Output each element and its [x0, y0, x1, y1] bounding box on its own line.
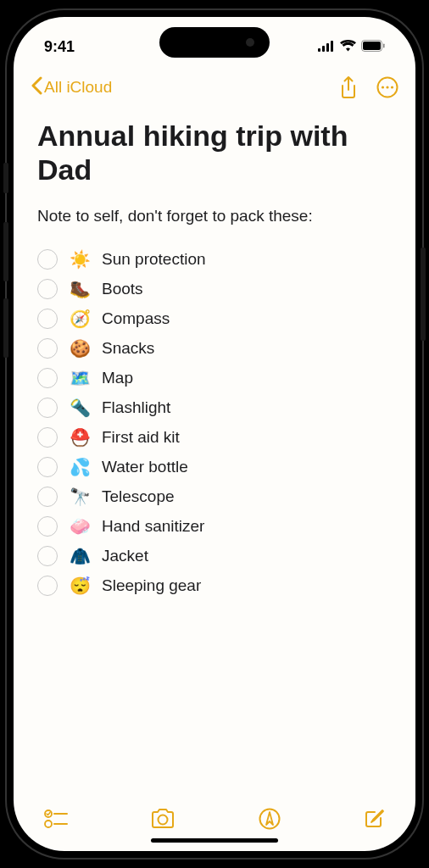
checkbox-circle[interactable] — [37, 427, 58, 448]
item-emoji: 🗺️ — [70, 368, 90, 388]
svg-point-8 — [382, 86, 384, 88]
checkbox-circle[interactable] — [37, 487, 58, 507]
checkbox-circle[interactable] — [37, 457, 58, 477]
phone-frame: 9:41 All iCloud — [7, 10, 422, 858]
home-indicator[interactable] — [151, 838, 278, 843]
battery-icon — [361, 38, 385, 56]
note-content[interactable]: Annual hiking trip with Dad Note to self… — [14, 108, 415, 792]
svg-point-9 — [386, 86, 388, 88]
svg-rect-5 — [363, 42, 381, 50]
checklist: ☀️Sun protection🥾Boots🧭Compass🍪Snacks🗺️M… — [37, 249, 392, 596]
compose-button[interactable] — [363, 808, 385, 830]
svg-point-10 — [391, 86, 393, 88]
checklist-item[interactable]: 🧼Hand sanitizer — [37, 516, 392, 537]
checklist-item[interactable]: 🥾Boots — [37, 279, 392, 299]
item-label: Water bottle — [102, 458, 188, 476]
item-label: Compass — [102, 309, 170, 328]
checkbox-circle[interactable] — [37, 279, 58, 299]
share-button[interactable] — [339, 75, 358, 99]
item-label: Jacket — [102, 547, 148, 565]
phone-screen: 9:41 All iCloud — [14, 17, 415, 851]
item-label: Telescope — [102, 487, 175, 506]
svg-rect-3 — [331, 41, 333, 52]
item-emoji: 💦 — [70, 457, 90, 477]
item-emoji: ⛑️ — [70, 427, 90, 448]
nav-bar: All iCloud — [14, 66, 415, 108]
checklist-item[interactable]: 🗺️Map — [37, 368, 392, 388]
item-emoji: 🧼 — [70, 516, 90, 537]
checklist-item[interactable]: 💦Water bottle — [37, 457, 392, 477]
checkbox-circle[interactable] — [37, 576, 58, 596]
checklist-item[interactable]: ☀️Sun protection — [37, 249, 392, 270]
item-emoji: 🧭 — [70, 309, 90, 329]
svg-rect-1 — [322, 46, 325, 52]
svg-point-15 — [159, 815, 168, 825]
svg-rect-6 — [383, 43, 385, 47]
item-label: Map — [102, 369, 133, 387]
checklist-item[interactable]: 🧭Compass — [37, 309, 392, 329]
item-label: Sleeping gear — [102, 576, 201, 595]
silent-switch — [3, 163, 8, 193]
checkbox-circle[interactable] — [37, 546, 58, 566]
svg-rect-0 — [318, 48, 320, 52]
checkbox-circle[interactable] — [37, 338, 58, 359]
checklist-item[interactable]: 🔭Telescope — [37, 487, 392, 507]
item-emoji: 🍪 — [70, 338, 90, 359]
back-label: All iCloud — [44, 78, 112, 97]
item-emoji: 🧥 — [70, 546, 90, 566]
item-label: Sun protection — [102, 250, 206, 269]
item-label: Flashlight — [102, 398, 170, 417]
checklist-item[interactable]: 🍪Snacks — [37, 338, 392, 359]
dynamic-island — [159, 27, 270, 58]
note-title[interactable]: Annual hiking trip with Dad — [37, 119, 392, 186]
svg-point-13 — [45, 821, 52, 827]
checklist-item[interactable]: 😴Sleeping gear — [37, 576, 392, 596]
cellular-icon — [318, 38, 335, 56]
item-label: First aid kit — [102, 428, 180, 447]
item-emoji: ☀️ — [70, 249, 90, 270]
markup-button[interactable] — [259, 808, 281, 830]
volume-up-button — [3, 222, 8, 281]
chevron-left-icon — [31, 76, 42, 99]
item-label: Hand sanitizer — [102, 517, 204, 536]
checklist-item[interactable]: ⛑️First aid kit — [37, 427, 392, 448]
power-button — [421, 248, 426, 341]
checklist-item[interactable]: 🔦Flashlight — [37, 398, 392, 418]
item-emoji: 😴 — [70, 576, 90, 596]
checkbox-circle[interactable] — [37, 309, 58, 329]
item-emoji: 🔦 — [70, 398, 90, 418]
back-button[interactable]: All iCloud — [31, 76, 112, 99]
item-emoji: 🔭 — [70, 487, 90, 507]
camera-button[interactable] — [150, 809, 176, 829]
checklist-button[interactable] — [44, 810, 68, 828]
checkbox-circle[interactable] — [37, 516, 58, 537]
checklist-item[interactable]: 🧥Jacket — [37, 546, 392, 566]
checkbox-circle[interactable] — [37, 249, 58, 270]
status-time: 9:41 — [44, 38, 75, 56]
note-subtitle[interactable]: Note to self, don't forget to pack these… — [37, 207, 392, 225]
volume-down-button — [3, 298, 8, 358]
front-camera — [246, 38, 254, 47]
checkbox-circle[interactable] — [37, 368, 58, 388]
item-label: Boots — [102, 280, 143, 298]
checkbox-circle[interactable] — [37, 398, 58, 418]
item-emoji: 🥾 — [70, 279, 90, 299]
wifi-icon — [340, 38, 356, 56]
svg-rect-2 — [326, 43, 329, 52]
more-button[interactable] — [376, 76, 398, 98]
item-label: Snacks — [102, 339, 154, 358]
